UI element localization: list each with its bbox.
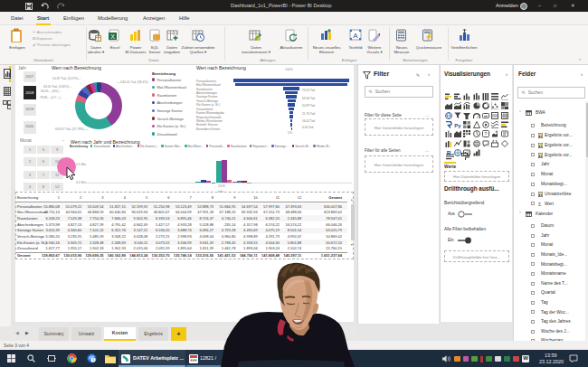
- svg-text:X: X: [110, 33, 115, 40]
- svg-text:A: A: [353, 32, 358, 40]
